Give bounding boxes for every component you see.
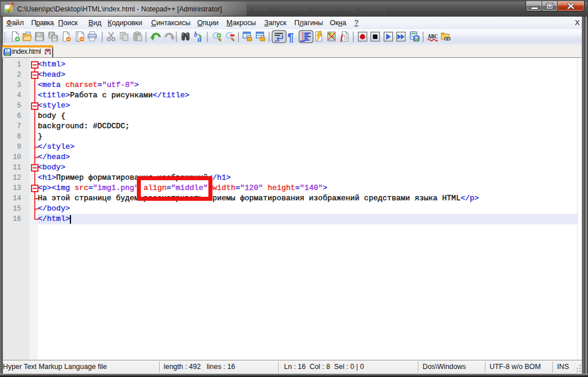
svg-text:{}: {} — [344, 34, 348, 40]
svg-text:ABC: ABC — [428, 33, 438, 39]
svg-text:¶: ¶ — [287, 31, 294, 43]
